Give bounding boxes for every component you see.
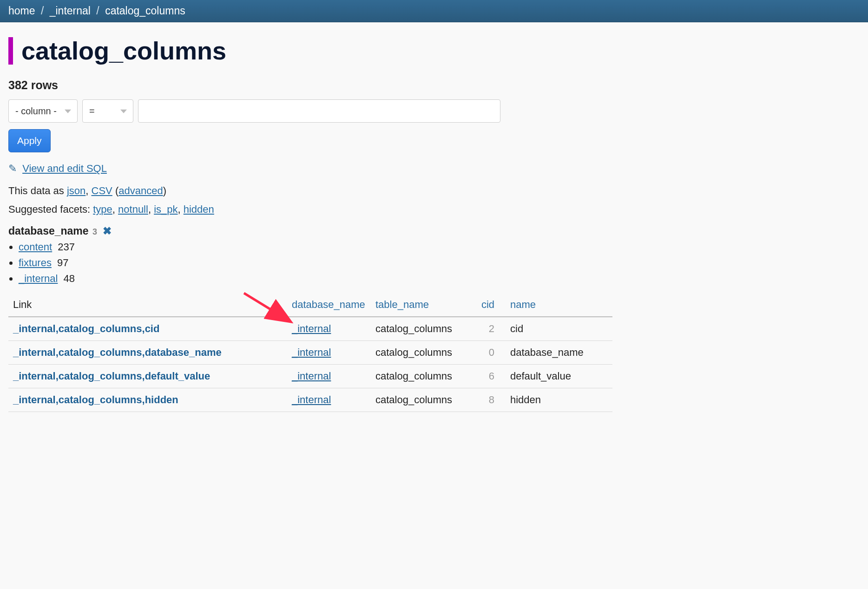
cell-table-name: catalog_columns [371,365,473,388]
facet-values-list: content 237 fixtures 97 _internal 48 [19,241,860,285]
table-row: _internal,catalog_columns,default_value_… [8,365,612,388]
facet-value: fixtures 97 [19,257,860,269]
facet-value-link[interactable]: _internal [19,273,58,284]
breadcrumb-table: catalog_columns [105,5,185,17]
facet-suggestion[interactable]: is_pk [154,203,178,215]
facet-value: content 237 [19,241,860,253]
filter-row: - column - = [8,99,860,123]
cell-name: database_name [506,341,612,365]
facet-value-link[interactable]: content [19,241,52,253]
pencil-icon: ✎ [8,163,17,174]
cell-table-name: catalog_columns [371,317,473,341]
facet-name: database_name [8,225,89,237]
facet-suggestion[interactable]: hidden [184,203,214,215]
export-json-link[interactable]: json [67,185,85,196]
remove-facet-icon[interactable]: ✖ [103,225,112,237]
col-database-name[interactable]: database_name [287,293,371,317]
filter-op-select[interactable]: = [82,99,133,123]
breadcrumb-sep: / [93,5,102,17]
table-header-row: Link database_name table_name cid name [8,293,612,317]
export-line: This data as json, CSV (advanced) [8,185,860,197]
export-csv-link[interactable]: CSV [92,185,112,196]
view-edit-sql-link[interactable]: View and edit SQL [22,163,107,174]
cell-name: cid [506,317,612,341]
cell-name: default_value [506,365,612,388]
cell-table-name: catalog_columns [371,341,473,365]
table-row: _internal,catalog_columns,database_name_… [8,341,612,365]
database-name-link[interactable]: _internal [292,323,331,334]
facet-value-link[interactable]: fixtures [19,257,52,268]
cell-cid: 2 [473,317,506,341]
suggested-facets-prefix: Suggested facets: [8,203,93,215]
apply-button[interactable]: Apply [8,129,51,152]
cell-table-name: catalog_columns [371,388,473,412]
col-table-name[interactable]: table_name [371,293,473,317]
cell-cid: 8 [473,388,506,412]
breadcrumb: home / _internal / catalog_columns [0,0,868,22]
export-prefix: This data as [8,185,67,196]
filter-column-select[interactable]: - column - [8,99,78,123]
database-name-link[interactable]: _internal [292,370,331,382]
cell-cid: 6 [473,365,506,388]
database-name-link[interactable]: _internal [292,347,331,358]
cell-cid: 0 [473,341,506,365]
facet-distinct-count: 3 [92,227,97,236]
col-name[interactable]: name [506,293,612,317]
facet-value-count: 97 [57,257,68,268]
row-link[interactable]: _internal,catalog_columns,default_value [13,370,210,382]
col-link: Link [8,293,287,317]
facet-header: database_name 3 ✖ [8,225,860,237]
database-name-link[interactable]: _internal [292,394,331,406]
breadcrumb-home[interactable]: home [8,5,35,17]
breadcrumb-db[interactable]: _internal [50,5,91,17]
results-table: Link database_name table_name cid name _… [8,293,612,412]
facet-value-count: 237 [58,241,75,253]
breadcrumb-sep: / [38,5,46,17]
facet-suggestion[interactable]: type [93,203,112,215]
row-link[interactable]: _internal,catalog_columns,cid [13,323,159,334]
suggested-facets: Suggested facets: type, notnull, is_pk, … [8,203,860,216]
table-row: _internal,catalog_columns,hidden_interna… [8,388,612,412]
facet-value: _internal 48 [19,273,860,285]
export-advanced-link[interactable]: advanced [118,185,163,196]
facet-suggestion[interactable]: notnull [118,203,148,215]
row-link[interactable]: _internal,catalog_columns,database_name [13,347,222,358]
cell-name: hidden [506,388,612,412]
table-row: _internal,catalog_columns,cid_internalca… [8,317,612,341]
page-title: catalog_columns [8,37,860,65]
filter-value-input[interactable] [138,99,500,123]
row-count: 382 rows [8,79,860,92]
col-cid[interactable]: cid [473,293,506,317]
facet-value-count: 48 [64,273,75,284]
row-link[interactable]: _internal,catalog_columns,hidden [13,394,178,406]
